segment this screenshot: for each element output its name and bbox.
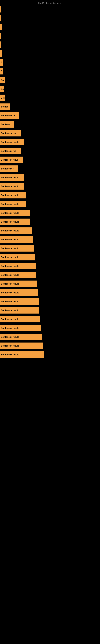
bar-0 xyxy=(0,6,1,12)
bar-label-15: Bottleneck result xyxy=(1,141,19,143)
bar-label-32: Bottleneck result xyxy=(1,292,19,294)
bar-row: Bot xyxy=(0,76,100,84)
bar-row: B xyxy=(0,68,100,75)
bar-38: Bottleneck result xyxy=(0,342,43,349)
bar-28: Bottleneck result xyxy=(0,254,35,260)
bar-row: Bottleneck result xyxy=(0,200,100,208)
bar-label-38: Bottleneck result xyxy=(1,344,19,347)
bar-label-21: Bottleneck result xyxy=(1,194,19,196)
bar-9: Bo xyxy=(0,86,4,92)
bar-label-18: Bottleneck r xyxy=(1,168,14,170)
bar-row: Bot xyxy=(0,94,100,102)
bar-24: Bottleneck result xyxy=(0,218,30,225)
bar-35: Bottleneck result xyxy=(0,316,40,322)
bar-29: Bottleneck result xyxy=(0,263,36,269)
bar-row: Bottleneck result xyxy=(0,298,100,305)
bar-36: Bottleneck result xyxy=(0,325,41,331)
bar-5 xyxy=(0,50,1,57)
bar-row: Bottleneck result xyxy=(0,262,100,270)
bar-32: Bottleneck result xyxy=(0,290,38,296)
bar-13: Bottlenec xyxy=(0,121,14,128)
bar-39: Bottleneck result xyxy=(0,352,44,358)
bar-19: Bottleneck result xyxy=(0,174,24,181)
bar-row: Bottleneck result xyxy=(0,227,100,234)
bar-22: Bottleneck result xyxy=(0,201,26,207)
bar-label-11: Bottlen xyxy=(1,106,8,108)
bar-row: Bottleneck result xyxy=(0,306,100,314)
bar-label-7: B xyxy=(1,70,2,72)
site-title: TheBottlenecker.com xyxy=(0,0,100,6)
bar-label-9: Bo xyxy=(1,88,4,90)
bar-label-12: Bottleneck re xyxy=(1,114,15,117)
bar-18: Bottleneck r xyxy=(0,166,18,172)
bar-label-14: Bottleneck res xyxy=(1,132,16,134)
bar-label-20: Bottleneck resul xyxy=(1,185,18,188)
bar-26: Bottleneck result xyxy=(0,236,33,243)
bar-15: Bottleneck result xyxy=(0,139,24,145)
bar-label-13: Bottlenec xyxy=(1,123,11,126)
bar-6: B xyxy=(0,59,3,66)
bar-row: Bottleneck result xyxy=(0,351,100,358)
bar-14: Bottleneck res xyxy=(0,130,21,136)
bar-label-22: Bottleneck result xyxy=(1,203,19,205)
bar-25: Bottleneck result xyxy=(0,228,32,234)
bar-row: Bottleneck result xyxy=(0,174,100,181)
bar-row: Bottleneck result xyxy=(0,324,100,332)
bar-row: Bottleneck result xyxy=(0,192,100,199)
bar-12: Bottleneck re xyxy=(0,112,19,119)
bar-row: Bottleneck result xyxy=(0,209,100,217)
bar-20: Bottleneck resul xyxy=(0,183,24,190)
bar-row xyxy=(0,41,100,48)
bar-label-30: Bottleneck result xyxy=(1,274,19,276)
bar-label-26: Bottleneck result xyxy=(1,238,19,241)
bar-2 xyxy=(0,24,1,30)
bar-33: Bottleneck result xyxy=(0,298,39,305)
bar-label-39: Bottleneck result xyxy=(1,354,19,356)
bar-row: Bottlenec xyxy=(0,120,100,128)
bar-row xyxy=(0,6,100,13)
bar-label-8: Bot xyxy=(1,79,4,81)
bar-label-19: Bottleneck result xyxy=(1,176,19,179)
bar-label-25: Bottleneck result xyxy=(1,230,19,232)
bar-row xyxy=(0,14,100,22)
bar-row: Bottleneck result xyxy=(0,280,100,288)
bar-row xyxy=(0,23,100,31)
bar-30: Bottleneck result xyxy=(0,272,36,278)
bar-label-24: Bottleneck result xyxy=(1,220,19,223)
bar-27: Bottleneck result xyxy=(0,245,34,252)
bar-label-31: Bottleneck result xyxy=(1,282,19,285)
bar-10: Bot xyxy=(0,94,5,101)
bar-34: Bottleneck result xyxy=(0,307,39,314)
bar-4 xyxy=(0,42,1,48)
bar-row: Bottleneck result xyxy=(0,333,100,341)
bar-row: Bottleneck resul xyxy=(0,156,100,164)
bar-label-36: Bottleneck result xyxy=(1,327,19,329)
bar-row: Bottleneck result xyxy=(0,218,100,226)
bar-row: Bottleneck result xyxy=(0,253,100,261)
bar-row: Bottleneck result xyxy=(0,236,100,243)
bar-1 xyxy=(0,15,1,21)
bar-8: Bot xyxy=(0,77,5,83)
bar-row: B xyxy=(0,58,100,66)
bar-17: Bottleneck resul xyxy=(0,156,23,163)
bar-row: Bottlen xyxy=(0,103,100,110)
bar-label-10: Bot xyxy=(1,96,4,99)
bar-row: Bottleneck result xyxy=(0,289,100,296)
bar-11: Bottlen xyxy=(0,104,10,110)
bars-container: BBBotBoBotBottlenBottleneck reBottlenecB… xyxy=(0,6,100,358)
bar-row: Bottleneck result xyxy=(0,244,100,252)
bar-row: Bottleneck r xyxy=(0,165,100,172)
bar-23: Bottleneck result xyxy=(0,210,30,216)
bar-label-23: Bottleneck result xyxy=(1,212,19,214)
bar-label-29: Bottleneck result xyxy=(1,265,19,267)
bar-label-35: Bottleneck result xyxy=(1,318,19,320)
bar-row: Bottleneck re xyxy=(0,112,100,119)
bar-row: Bottleneck result xyxy=(0,315,100,323)
bar-37: Bottleneck result xyxy=(0,334,42,340)
bar-label-17: Bottleneck resul xyxy=(1,158,18,161)
bar-row: Bottleneck res xyxy=(0,130,100,137)
bar-label-34: Bottleneck result xyxy=(1,309,19,312)
bar-21: Bottleneck result xyxy=(0,192,26,198)
bar-label-16: Bottleneck res xyxy=(1,150,16,152)
bar-label-6: B xyxy=(1,61,2,64)
